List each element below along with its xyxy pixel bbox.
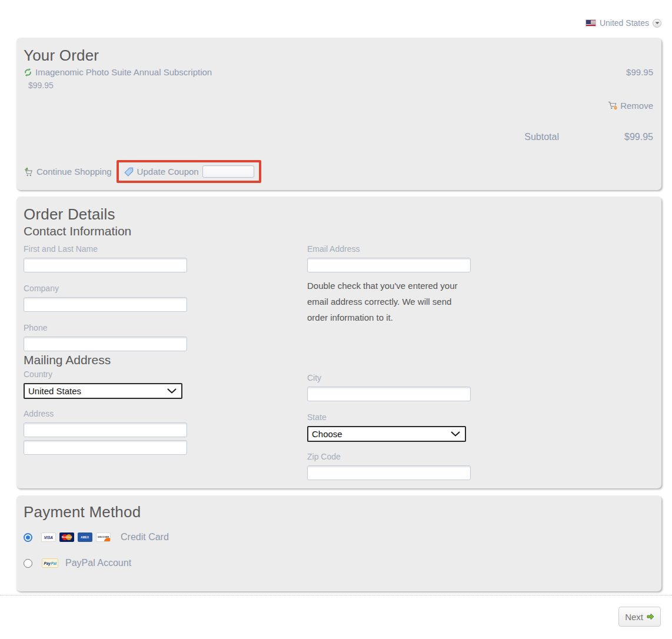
coupon-input[interactable] (202, 165, 254, 178)
next-arrow-icon (647, 613, 654, 620)
country-select-value: United States (28, 386, 81, 396)
order-details-title: Order Details (24, 205, 653, 224)
remove-from-cart-icon (608, 101, 618, 110)
subscription-renew-icon (24, 68, 32, 76)
next-button[interactable]: Next (618, 607, 661, 627)
name-label: First and Last Name (24, 244, 187, 254)
discover-icon: DISCOVER (96, 532, 111, 542)
us-flag-icon (585, 19, 596, 26)
city-field[interactable] (307, 387, 471, 401)
mastercard-icon: MasterCard (59, 532, 74, 542)
unit-price: $99.95 (28, 81, 653, 90)
select-chevron-icon (451, 431, 460, 437)
next-button-label: Next (625, 612, 643, 622)
phone-label: Phone (24, 322, 187, 333)
visa-icon: VISA (41, 532, 56, 542)
continue-shopping-cart-icon (24, 167, 34, 177)
select-chevron-icon (167, 388, 177, 394)
address-label: Address (24, 408, 187, 419)
order-title: Your Order (24, 46, 653, 65)
chevron-down-icon[interactable] (653, 19, 661, 28)
state-select-value: Choose (312, 429, 342, 439)
address-field-2[interactable] (24, 440, 187, 455)
update-coupon-link[interactable]: Update Coupon (137, 167, 199, 177)
payment-method-panel: Payment Method VISA MasterCard AMEX DISC… (16, 495, 661, 591)
state-label: State (307, 412, 472, 422)
order-summary-panel: Your Order Imagenomic Photo Suite Annual… (16, 38, 661, 190)
zip-label: Zip Code (307, 451, 472, 462)
continue-shopping-link[interactable]: Continue Shopping (36, 167, 112, 177)
company-field[interactable] (24, 297, 187, 312)
continue-shopping[interactable]: Continue Shopping (24, 167, 112, 177)
state-select[interactable]: Choose (307, 426, 466, 442)
product-link[interactable]: Imagenomic Photo Suite Annual Subscripti… (35, 67, 212, 77)
payment-method-title: Payment Method (24, 502, 653, 521)
order-details-panel: Order Details Contact Information First … (16, 197, 661, 488)
subtotal-value: $99.95 (559, 132, 653, 142)
name-field[interactable] (24, 258, 187, 272)
locale-label: United States (600, 18, 649, 28)
coupon-highlight-annotation: Update Coupon (117, 160, 261, 183)
email-label: Email Address (307, 244, 472, 254)
credit-card-radio[interactable] (24, 533, 32, 542)
paypal-icon: PayPal (42, 558, 58, 568)
amex-icon: AMEX (78, 532, 92, 542)
credit-card-label: Credit Card (121, 532, 169, 543)
coupon-tag-icon (124, 167, 134, 177)
email-field[interactable] (307, 258, 471, 272)
line-item-price: $99.95 (626, 67, 653, 77)
order-line-item: Imagenomic Photo Suite Annual Subscripti… (24, 67, 653, 77)
subtotal-label: Subtotal (524, 132, 559, 142)
contact-information-title: Contact Information (24, 224, 653, 239)
credit-card-option[interactable]: VISA MasterCard AMEX DISCOVER Credit Car… (24, 532, 653, 543)
paypal-radio[interactable] (24, 559, 32, 568)
address-field-1[interactable] (24, 422, 187, 437)
email-help-text: Double check that you've entered your em… (307, 278, 472, 325)
company-label: Company (24, 283, 187, 294)
city-label: City (307, 372, 472, 383)
phone-field[interactable] (24, 337, 187, 351)
paypal-label: PayPal Account (65, 558, 131, 568)
paypal-option[interactable]: PayPal PayPal Account (24, 558, 653, 568)
zip-field[interactable] (307, 465, 471, 480)
country-select[interactable]: United States (24, 383, 182, 399)
country-label: Country (24, 369, 187, 380)
remove-link[interactable]: Remove (620, 101, 653, 111)
mailing-address-title: Mailing Address (24, 352, 187, 368)
locale-selector[interactable]: United States (0, 0, 672, 28)
